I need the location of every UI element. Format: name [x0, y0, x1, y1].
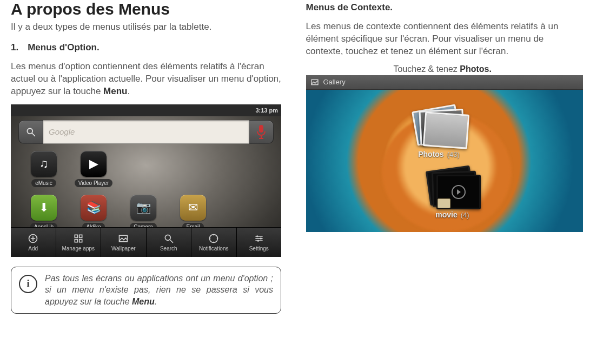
- menu-label: Add: [28, 246, 38, 252]
- option-menus-heading: 1. Menus d'Option.: [11, 42, 284, 53]
- app-video-player[interactable]: ▶ Video Player: [74, 151, 114, 187]
- app-email[interactable]: ✉ Email: [173, 195, 213, 231]
- album-name: movie: [435, 210, 457, 219]
- movie-stack-icon: [428, 168, 478, 207]
- svg-rect-14: [75, 239, 77, 242]
- svg-rect-13: [79, 235, 82, 237]
- voice-search-button[interactable]: [249, 120, 274, 144]
- svg-rect-26: [311, 80, 318, 84]
- menu-label: Wallpaper: [111, 246, 136, 252]
- info-text: Pas tous les écrans ou applications ont …: [45, 273, 273, 308]
- option-menus-body-bold: Menu: [103, 86, 127, 96]
- menu-settings[interactable]: Settings: [237, 228, 282, 257]
- info-icon: i: [19, 275, 37, 293]
- album-label: movie (4): [435, 210, 469, 219]
- apps-icon: [73, 233, 84, 244]
- svg-rect-15: [79, 239, 82, 242]
- photos-stack-icon: [414, 108, 464, 147]
- info-text-pre: Pas tous les écrans ou applications ont …: [45, 274, 273, 306]
- context-menus-body: Les menus de contexte contiennent des él…: [306, 21, 580, 58]
- app-camera[interactable]: 📷 Camera: [123, 195, 163, 231]
- gallery-caption: Touchez & tenez Photos.: [306, 64, 580, 74]
- search-icon: [163, 233, 174, 244]
- gear-icon: [254, 233, 264, 244]
- menu-label: Search: [160, 246, 177, 252]
- app-emusic[interactable]: ♫ eMusic: [24, 151, 64, 187]
- menu-search[interactable]: Search: [147, 228, 192, 257]
- svg-point-25: [257, 240, 258, 241]
- menu-label: Settings: [249, 246, 269, 252]
- email-icon: ✉: [180, 195, 206, 221]
- app-label: Video Player: [75, 179, 113, 187]
- gallery-screenshot: Gallery Photos (43) movie: [306, 75, 583, 232]
- folder-icon: [437, 198, 450, 208]
- app-row-2: ⬇ AppsLib 📚 Aldiko 📷 Camera ✉ Email: [24, 195, 281, 231]
- search-input[interactable]: Google: [43, 120, 249, 144]
- option-menus-body-pre: Les menus d'option contiennent des éléme…: [11, 61, 281, 96]
- app-appslib[interactable]: ⬇ AppsLib: [24, 195, 64, 231]
- play-icon: [452, 185, 466, 199]
- search-icon: [25, 127, 36, 137]
- info-text-post: .: [155, 297, 157, 306]
- menu-wallpaper[interactable]: Wallpaper: [101, 228, 147, 257]
- options-menu-bar: Add Manage apps Wallpaper Search Notific…: [11, 227, 281, 257]
- menu-label: Manage apps: [62, 246, 95, 252]
- app-aldiko[interactable]: 📚 Aldiko: [74, 195, 114, 231]
- bell-icon: [208, 233, 219, 244]
- status-bar: 3:13 pm: [11, 104, 281, 116]
- clock-text: 3:13 pm: [255, 107, 278, 114]
- option-menus-body: Les menus d'option contiennent des éléme…: [11, 61, 284, 98]
- svg-rect-12: [75, 235, 77, 237]
- camera-icon: 📷: [130, 195, 156, 221]
- mic-icon: [255, 125, 267, 139]
- search-icon-button[interactable]: [18, 120, 43, 144]
- search-widget[interactable]: Google: [18, 121, 274, 143]
- intro-text: Il y a deux types de menus utilisés par …: [11, 22, 284, 32]
- album-label: Photos (43): [418, 150, 460, 158]
- appslib-icon: ⬇: [31, 195, 57, 221]
- album-movie[interactable]: movie (4): [428, 168, 478, 219]
- album-count: (43): [447, 150, 460, 158]
- options-menu-screenshot: 3:13 pm Google ♫ eMusic ▶ Video Playe: [11, 104, 281, 257]
- app-label: eMusic: [31, 179, 56, 187]
- svg-point-17: [165, 235, 170, 240]
- menu-add[interactable]: Add: [11, 228, 56, 257]
- plus-icon: [28, 233, 38, 244]
- svg-point-7: [27, 128, 32, 134]
- svg-point-19: [210, 234, 218, 242]
- aldiko-icon: 📚: [81, 195, 107, 221]
- svg-point-24: [260, 237, 261, 239]
- video-player-icon: ▶: [81, 151, 107, 177]
- svg-point-23: [256, 235, 258, 237]
- page-title: A propos des Menus: [11, 0, 284, 18]
- caption-bold: Photos.: [460, 64, 492, 74]
- menu-manage-apps[interactable]: Manage apps: [56, 228, 102, 257]
- info-callout: i Pas tous les écrans ou applications on…: [11, 267, 281, 314]
- svg-line-8: [32, 133, 35, 136]
- image-icon: [118, 233, 129, 244]
- app-row-1: ♫ eMusic ▶ Video Player: [24, 151, 281, 187]
- caption-pre: Touchez & tenez: [394, 64, 460, 74]
- gallery-icon: [310, 78, 319, 87]
- menu-notifications[interactable]: Notifications: [191, 228, 237, 257]
- gallery-title: Gallery: [323, 78, 346, 86]
- context-menus-heading: Menus de Contexte.: [306, 2, 580, 13]
- album-name: Photos: [418, 150, 443, 158]
- emusic-icon: ♫: [31, 151, 57, 177]
- gallery-header: Gallery: [306, 75, 583, 90]
- menu-label: Notifications: [199, 246, 228, 252]
- album-count: (4): [461, 211, 469, 219]
- album-photos[interactable]: Photos (43): [414, 108, 464, 158]
- info-text-bold: Menu: [132, 297, 155, 306]
- svg-line-18: [170, 240, 173, 242]
- option-menus-body-post: .: [127, 86, 130, 96]
